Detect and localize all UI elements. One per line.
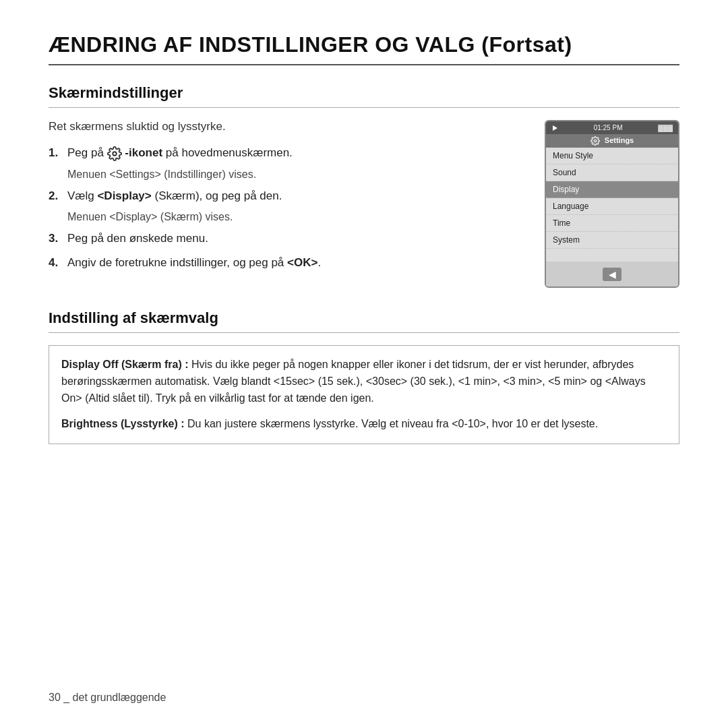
menu-item-menustyle: Menu Style: [546, 148, 678, 164]
device-footer: ◀: [546, 262, 678, 286]
menu-item-system: System: [546, 232, 678, 249]
gear-icon: [107, 146, 122, 161]
device-battery: ▓▓▓: [658, 124, 673, 131]
step-2-bold: <Display>: [97, 189, 151, 202]
page-number: 30: [49, 692, 61, 703]
section1-title: Skærmindstillinger: [49, 84, 679, 108]
settings-gear-icon: [590, 136, 600, 146]
svg-point-0: [113, 152, 117, 156]
info-text-brightness: Du kan justere skærmens lysstyrke. Vælg …: [187, 418, 598, 429]
page: ÆNDRING AF INDSTILLINGER OG VALG (Fortsa…: [0, 0, 728, 728]
step-1-sub: Menuen <Settings> (Indstillinger) vises.: [67, 169, 524, 181]
menu-item-empty: [546, 249, 678, 262]
menu-item-time: Time: [546, 215, 678, 232]
info-row-display-off: Display Off (Skærm fra) : Hvis du ikke p…: [61, 357, 667, 406]
step-1-content: Peg på -ikonet på hovedmenuskærmen.: [67, 144, 524, 162]
device-back-button[interactable]: ◀: [603, 268, 621, 281]
step-4-content: Angiv de foretrukne indstillinger, og pe…: [67, 254, 524, 272]
device-title: Settings: [546, 134, 678, 148]
main-title: ÆNDRING AF INDSTILLINGER OG VALG (Fortsa…: [49, 32, 679, 65]
step-2-sub: Menuen <Display> (Skærm) vises.: [67, 211, 524, 223]
info-row-brightness: Brightness (Lysstyrke) : Du kan justere …: [61, 416, 667, 433]
step-2-content: Vælg <Display> (Skærm), og peg på den.: [67, 187, 524, 205]
step-2: 2. Vælg <Display> (Skærm), og peg på den…: [49, 187, 524, 205]
device-settings-label: Settings: [605, 136, 634, 144]
menu-item-display: Display: [546, 181, 678, 198]
page-footer: 30 _ det grundlæggende: [49, 692, 166, 704]
svg-point-2: [594, 140, 597, 142]
device-header: 01:25 PM ▓▓▓: [546, 121, 678, 134]
steps: 1. Peg på -ikonet på hovedmenuskærmen. M…: [49, 144, 524, 271]
footer-text: _ det grundlæggende: [63, 692, 166, 703]
section2: Indstilling af skærmvalg Display Off (Sk…: [49, 309, 679, 444]
step-4-bold: <OK>: [287, 256, 317, 269]
device-time: 01:25 PM: [594, 124, 623, 131]
info-box: Display Off (Skærm fra) : Hvis du ikke p…: [49, 345, 679, 444]
step-2-num: 2.: [49, 187, 67, 205]
info-bold-brightness: Brightness (Lysstyrke) :: [61, 418, 185, 429]
play-icon: [551, 125, 558, 131]
step-4: 4. Angiv de foretrukne indstillinger, og…: [49, 254, 524, 272]
svg-marker-1: [553, 125, 557, 131]
intro-text: Ret skærmens sluktid og lysstyrke.: [49, 120, 524, 133]
text-area: Ret skærmens sluktid og lysstyrke. 1. Pe…: [49, 120, 524, 278]
section2-title: Indstilling af skærmvalg: [49, 309, 679, 333]
device-header-left: [551, 125, 558, 131]
menu-item-sound: Sound: [546, 164, 678, 181]
device-mockup: 01:25 PM ▓▓▓ Settings Menu Style Sound D…: [545, 120, 679, 288]
menu-item-language: Language: [546, 198, 678, 215]
step-1-bold: -ikonet: [125, 146, 162, 159]
step-1-num: 1.: [49, 144, 67, 162]
info-bold-display-off: Display Off (Skærm fra) :: [61, 359, 188, 370]
step-3: 3. Peg på den ønskede menu.: [49, 230, 524, 247]
step-1: 1. Peg på -ikonet på hovedmenuskærmen.: [49, 144, 524, 162]
content-area: Ret skærmens sluktid og lysstyrke. 1. Pe…: [49, 120, 679, 288]
step-3-num: 3.: [49, 230, 67, 247]
device-menu: Menu Style Sound Display Language Time S…: [546, 148, 678, 262]
step-4-num: 4.: [49, 254, 67, 272]
step-3-content: Peg på den ønskede menu.: [67, 230, 524, 247]
